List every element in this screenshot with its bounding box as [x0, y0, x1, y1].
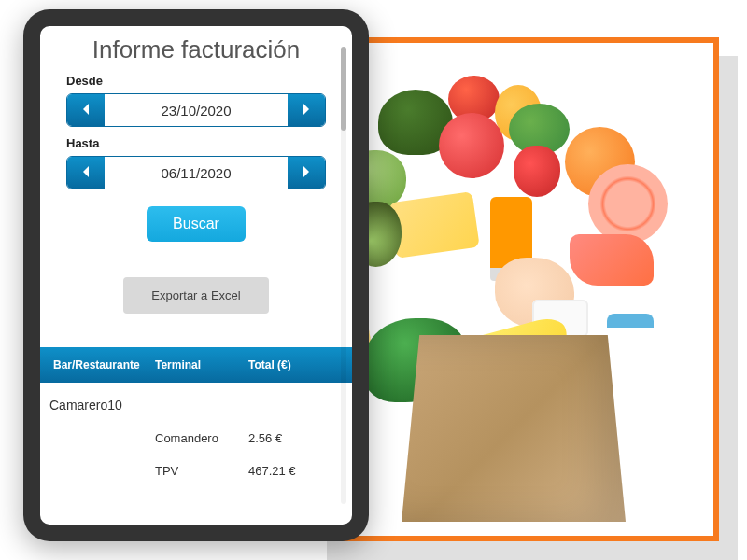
table-header-row: Bar/Restaurante Terminal Total (€) [40, 347, 352, 383]
header-bar-restaurante: Bar/Restaurante [48, 358, 155, 371]
scrollbar-thumb[interactable] [341, 47, 346, 131]
table-group-row: Camarero10 [40, 383, 352, 422]
hasta-label: Hasta [66, 136, 326, 150]
tablet-device-frame: Informe facturación Desde 23/10/2020 Has… [23, 9, 369, 541]
cell-total: 2.56 € [248, 431, 345, 445]
desde-label: Desde [66, 74, 326, 88]
decorative-food-frame [308, 37, 719, 541]
desde-next-button[interactable] [288, 94, 325, 126]
desde-date-value[interactable]: 23/10/2020 [105, 94, 288, 126]
food-illustration [328, 57, 699, 522]
cell-terminal: TPV [155, 464, 248, 478]
app-screen: Informe facturación Desde 23/10/2020 Has… [40, 26, 352, 525]
hasta-date-picker: 06/11/2020 [66, 156, 326, 189]
scrollbar-track[interactable] [341, 47, 346, 504]
filter-form: Desde 23/10/2020 Hasta 06/11/2020 [40, 72, 352, 314]
page-title: Informe facturación [40, 26, 352, 72]
chevron-left-icon [81, 102, 91, 119]
table-row: TPV 467.21 € [40, 455, 352, 487]
search-button[interactable]: Buscar [147, 206, 246, 242]
hasta-next-button[interactable] [288, 157, 325, 189]
chevron-left-icon [81, 164, 91, 181]
chevron-right-icon [302, 164, 311, 181]
cell-terminal: Comandero [155, 431, 248, 445]
header-total: Total (€) [248, 358, 345, 371]
chevron-right-icon [302, 102, 311, 119]
table-body: Camarero10 Comandero 2.56 € TPV 467.21 € [40, 383, 352, 487]
desde-date-picker: 23/10/2020 [66, 93, 326, 127]
results-table: Bar/Restaurante Terminal Total (€) Camar… [40, 347, 352, 525]
hasta-date-value[interactable]: 06/11/2020 [105, 157, 288, 189]
header-terminal: Terminal [155, 358, 248, 371]
table-row: Comandero 2.56 € [40, 422, 352, 455]
cell-total: 467.21 € [248, 464, 345, 478]
desde-prev-button[interactable] [67, 94, 105, 126]
hasta-prev-button[interactable] [67, 157, 105, 189]
export-excel-button[interactable]: Exportar a Excel [123, 277, 268, 314]
